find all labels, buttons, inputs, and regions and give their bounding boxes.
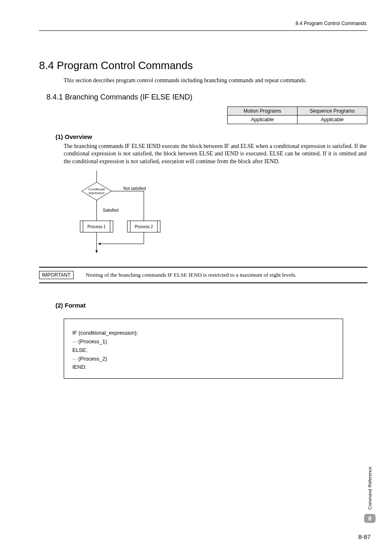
code-line: IF (conditional_expression); bbox=[72, 329, 334, 338]
label-not-satisfied: Not satisfied bbox=[123, 186, 146, 191]
diamond-line2: expression bbox=[89, 191, 105, 195]
side-chapter-label: Command Reference bbox=[367, 467, 372, 510]
code-line: ··· (Process_2) bbox=[72, 355, 334, 363]
document-page: 8.4 Program Control Commands 8.4 Program… bbox=[0, 0, 392, 555]
format-code-box: IF (conditional_expression); ··· (Proces… bbox=[64, 319, 343, 379]
label-process2: Process 2 bbox=[135, 224, 153, 229]
code-line: IEND; bbox=[72, 363, 334, 372]
th-motion-programs: Motion Programs bbox=[228, 106, 297, 115]
subsection-heading: 8.4.1 Branching Commands (IF ELSE IEND) bbox=[46, 93, 367, 102]
side-chapter-badge: 8 bbox=[364, 514, 376, 523]
diamond-line1: Conditional bbox=[88, 187, 105, 191]
flowchart-svg: Conditional expression Not satisfied Sat… bbox=[64, 171, 171, 261]
important-block: IMPORTANT Nesting of the branching comma… bbox=[39, 267, 367, 283]
table-row: Motion Programs Sequence Programs bbox=[228, 106, 367, 115]
important-text: Nesting of the branching commands IF ELS… bbox=[86, 272, 297, 278]
important-label: IMPORTANT bbox=[39, 271, 74, 279]
label-process1: Process 1 bbox=[88, 224, 106, 229]
format-title: (2) Format bbox=[55, 302, 367, 309]
overview-body: The branching commands IF ELSE IEND exec… bbox=[64, 143, 367, 166]
td-sequence-applicable: Applicable bbox=[297, 115, 367, 124]
label-satisfied: Satisfied bbox=[103, 208, 118, 213]
td-motion-applicable: Applicable bbox=[228, 115, 297, 124]
applicability-table: Motion Programs Sequence Programs Applic… bbox=[227, 106, 367, 124]
code-line: ELSE; bbox=[72, 346, 334, 355]
important-rule-bot bbox=[39, 282, 367, 283]
important-row: IMPORTANT Nesting of the branching comma… bbox=[39, 268, 367, 282]
branching-flowchart: Conditional expression Not satisfied Sat… bbox=[64, 171, 154, 261]
table-row: Applicable Applicable bbox=[228, 115, 367, 124]
section-description: This section describes program control c… bbox=[64, 77, 367, 84]
th-sequence-programs: Sequence Programs bbox=[297, 106, 367, 115]
code-line: ··· (Process_1) bbox=[72, 338, 334, 346]
header-breadcrumb: 8.4 Program Control Commands bbox=[39, 21, 367, 26]
overview-title: (1) Overview bbox=[55, 133, 367, 140]
header-rule bbox=[39, 30, 367, 31]
page-number: 8-87 bbox=[358, 533, 371, 540]
section-heading: 8.4 Program Control Commands bbox=[39, 60, 367, 72]
